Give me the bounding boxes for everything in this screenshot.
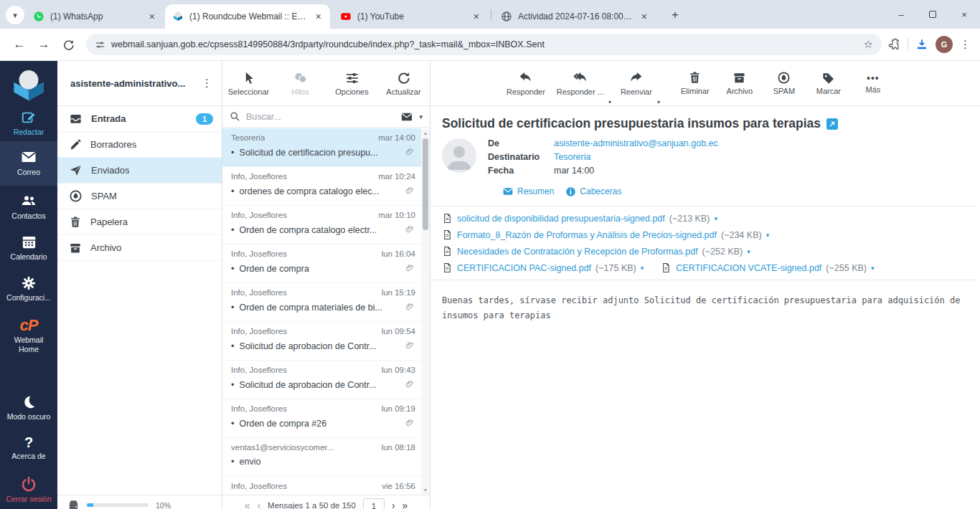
sidebar-item-logout[interactable]: Cerrar sesión — [0, 475, 57, 504]
tab-actividad[interactable]: Actividad 2024-07-16 08:00:00 × — [494, 4, 656, 29]
message-row[interactable]: ventas1@serviciosycomer...lun 08:18 •env… — [222, 438, 421, 477]
folder-sent[interactable]: Enviados — [57, 158, 222, 184]
message-row[interactable]: Info, Josefloreslun 09:54 •Solicitud de … — [222, 322, 421, 361]
message-row[interactable]: Info, Josefloresvie 16:56 — [222, 477, 421, 495]
attachment-menu-icon[interactable]: ▾ — [871, 265, 875, 272]
options-button[interactable]: Opciones — [329, 71, 375, 96]
message-row[interactable]: Info, Josefloreslun 15:19 •Orden de comp… — [222, 283, 421, 322]
summary-button[interactable]: Resumen — [502, 186, 554, 197]
attachment[interactable]: solicitud de disponibilidad presupuestar… — [442, 213, 717, 224]
site-settings-icon[interactable] — [95, 39, 105, 50]
close-icon[interactable]: × — [640, 11, 649, 22]
next-page-icon[interactable]: › — [392, 500, 395, 509]
sidebar-item-webmail-home[interactable]: cP Webmail Home — [0, 318, 57, 354]
folder-spam[interactable]: SPAM — [57, 184, 222, 209]
attachment-menu-icon[interactable]: ▾ — [747, 248, 750, 255]
bookmark-star-icon[interactable]: ☆ — [864, 38, 873, 51]
extensions-icon[interactable] — [887, 38, 900, 51]
from-address[interactable]: asistente-administrativo@sanjuan.gob.ec — [554, 138, 718, 148]
forward-button[interactable]: → — [32, 32, 56, 57]
close-window-button[interactable]: × — [948, 0, 980, 29]
sidebar-item-settings[interactable]: Configuraci... — [0, 275, 57, 303]
folder-trash[interactable]: Papelera — [57, 209, 222, 235]
search-scope-icon[interactable] — [400, 110, 413, 123]
sidebar-item-calendar[interactable]: Calendario — [0, 234, 57, 262]
sidebar-item-dark-mode[interactable]: Modo oscuro — [0, 394, 57, 422]
reload-button[interactable] — [56, 32, 80, 57]
message-row[interactable]: Info, Josefloresmar 10:24 •ordenes de co… — [222, 167, 421, 206]
mark-button[interactable]: Marcar — [808, 71, 849, 95]
message-row[interactable]: Info, Josefloreslun 16:04 •Orden de comp… — [222, 244, 421, 283]
archive-button[interactable]: Archivo — [719, 71, 760, 95]
sidebar-item-compose[interactable]: Redactar — [0, 110, 57, 137]
reply-button[interactable]: Responder — [502, 70, 550, 96]
sidebar-item-about[interactable]: ? Acerca de — [0, 435, 57, 461]
folder-options-icon[interactable]: ⋮ — [202, 77, 213, 90]
sidebar-item-contacts[interactable]: Contactos — [0, 192, 57, 221]
prev-page-icon[interactable]: ‹ — [257, 500, 260, 509]
more-button[interactable]: ••• Más — [852, 73, 894, 94]
spam-button[interactable]: SPAM — [763, 71, 805, 95]
message-sender: Info, Joseflores — [231, 211, 287, 219]
address-bar[interactable]: webmail.sanjuan.gob.ec/cpsess8149950884/… — [86, 34, 882, 55]
attachment[interactable]: Formato_8_Razón de Proformas y Análisis … — [442, 229, 769, 240]
folder-archive[interactable]: Archivo — [57, 235, 222, 261]
attachment-name[interactable]: Necesidades de Contratación y Recepción … — [457, 247, 698, 257]
scroll-up-icon[interactable]: ▴ — [421, 130, 430, 136]
message-row[interactable]: Tesoreriamar 14:00 •Solicitud de certifi… — [222, 128, 421, 167]
delete-button[interactable]: Eliminar — [674, 71, 716, 95]
attachment-menu-icon[interactable]: ▾ — [766, 232, 770, 239]
attachment-menu-icon[interactable]: ▾ — [641, 265, 644, 272]
message-row[interactable]: Info, Josefloreslun 09:43 •Solicitud de … — [222, 361, 421, 399]
close-icon[interactable]: × — [148, 11, 156, 22]
message-row[interactable]: Info, Josefloreslun 09:19 •Orden de comp… — [222, 399, 421, 438]
roundcube-logo[interactable] — [10, 67, 47, 104]
attachment[interactable]: CERTIFICACION VCATE-signed.pdf (~255 KB)… — [661, 262, 874, 273]
last-page-icon[interactable]: » — [402, 500, 408, 509]
forward-menu-icon[interactable]: ▾ — [657, 99, 660, 105]
reply-all-button[interactable]: Responder ... — [552, 70, 608, 96]
message-subject: envio — [240, 457, 415, 467]
attachment-menu-icon[interactable]: ▾ — [714, 215, 717, 222]
tab-roundcube[interactable]: (1) Roundcube Webmail :: Envia × — [165, 4, 330, 29]
tab-whatsapp[interactable]: (1) WhatsApp × — [26, 4, 164, 29]
refresh-button[interactable]: Actualizar — [381, 71, 427, 96]
attachment[interactable]: Necesidades de Contratación y Recepción … — [442, 246, 750, 257]
attachment-name[interactable]: CERTIFICACION PAC-signed.pdf — [457, 263, 591, 273]
tab-search-button[interactable]: ▾ — [6, 6, 24, 24]
browser-menu-icon[interactable]: ⋮ — [960, 38, 971, 51]
headers-button[interactable]: Cabeceras — [565, 186, 621, 197]
url-text[interactable]: webmail.sanjuan.gob.ec/cpsess8149950884/… — [111, 39, 858, 49]
download-icon[interactable] — [915, 38, 928, 51]
message-date: mar 10:24 — [378, 172, 415, 181]
reply-all-menu-icon[interactable]: ▾ — [608, 99, 611, 105]
minimize-button[interactable]: – — [885, 0, 917, 29]
page-input[interactable]: 1 — [363, 498, 385, 509]
maximize-button[interactable] — [917, 0, 948, 29]
open-in-new-window-icon[interactable] — [826, 118, 838, 130]
attachment-name[interactable]: Formato_8_Razón de Proformas y Análisis … — [457, 230, 717, 240]
close-icon[interactable]: × — [472, 11, 481, 22]
message-row[interactable]: Info, Josefloresmar 10:10 •Orden de comp… — [222, 206, 421, 244]
attachment-name[interactable]: solicitud de disponibilidad presupuestar… — [457, 214, 665, 224]
tab-youtube[interactable]: (1) YouTube × — [333, 4, 488, 29]
new-tab-button[interactable]: + — [666, 6, 684, 24]
chevron-down-icon[interactable]: ▾ — [419, 113, 423, 120]
first-page-icon[interactable]: « — [245, 500, 250, 509]
attachment[interactable]: CERTIFICACION PAC-signed.pdf (~175 KB) ▾ — [442, 262, 644, 273]
search-input[interactable] — [246, 112, 395, 122]
back-button[interactable]: ← — [7, 32, 32, 57]
profile-avatar[interactable]: G — [936, 36, 953, 53]
close-icon[interactable]: × — [314, 11, 323, 22]
folder-drafts[interactable]: Borradores — [57, 132, 222, 158]
folder-inbox[interactable]: Entrada 1 — [57, 106, 222, 132]
select-button[interactable]: Seleccionar — [226, 71, 272, 96]
threads-button[interactable]: Hilos — [278, 71, 324, 96]
forward-button[interactable]: Reenviar — [616, 70, 657, 96]
list-scrollbar[interactable]: ▴ ▾ — [421, 128, 430, 495]
scroll-down-icon[interactable]: ▾ — [421, 487, 430, 493]
scrollbar-thumb[interactable] — [423, 138, 428, 230]
sidebar-item-mail[interactable]: Correo — [0, 141, 57, 186]
attachment-name[interactable]: CERTIFICACION VCATE-signed.pdf — [676, 263, 821, 273]
to-address[interactable]: Tesoreria — [554, 152, 590, 162]
